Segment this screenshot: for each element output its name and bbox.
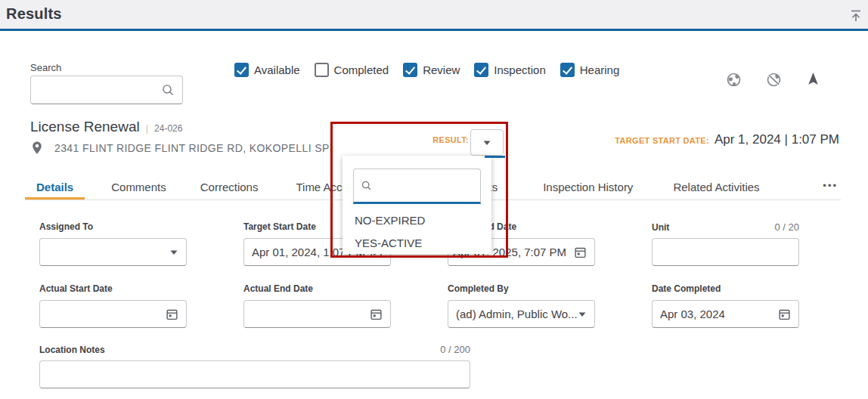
tabs-overflow-icon[interactable]: •••	[820, 177, 841, 200]
filter-label: Available	[254, 63, 300, 76]
field-label: Target Start Date	[243, 221, 316, 232]
field-label: Actual Start Date	[39, 283, 113, 294]
location-pin-icon	[30, 141, 44, 156]
field-assigned-to: Assigned To	[39, 221, 187, 266]
record-address-row: 2341 FLINT RIDGE FLINT RIDGE RD, KOKOPEL…	[30, 141, 364, 156]
result-dropdown-panel: NO-EXPIRED YES-ACTIVE	[343, 156, 491, 254]
field-location-notes: Location Notes 0 / 200	[39, 344, 470, 388]
unit-char-counter: 0 / 20	[774, 221, 799, 233]
result-label: RESULT:	[432, 135, 469, 144]
filter-inspection[interactable]: Inspection	[474, 63, 545, 77]
completed-by-dropdown[interactable]: (ad) Admin, Public Wo...	[448, 300, 595, 328]
field-label: Actual End Date	[243, 283, 313, 294]
filter-label: Inspection	[494, 63, 545, 76]
record-header: License Renewal | 24-026	[30, 119, 182, 135]
status-filters: Available Completed Review Inspection He…	[234, 63, 619, 77]
result-select-button[interactable]	[470, 129, 504, 156]
unit-input[interactable]	[652, 238, 799, 266]
calendar-icon[interactable]	[778, 308, 791, 321]
tab-inspection-history[interactable]: Inspection History	[532, 177, 644, 200]
field-label: Location Notes	[39, 345, 105, 355]
navigation-arrow-icon[interactable]	[806, 72, 822, 88]
assigned-to-dropdown[interactable]	[39, 238, 187, 266]
target-start-label: TARGET START DATE:	[615, 136, 709, 145]
tab-comments[interactable]: Comments	[100, 177, 178, 200]
chevron-down-icon	[482, 139, 491, 147]
form-row-3: Location Notes 0 / 200	[39, 344, 470, 388]
calendar-icon[interactable]	[574, 246, 587, 259]
checkbox-checked-icon[interactable]	[560, 63, 575, 77]
search-field[interactable]	[30, 76, 183, 104]
page-header: Results	[0, 0, 868, 29]
search-icon	[361, 180, 372, 191]
completed-by-value: (ad) Admin, Public Wo...	[456, 308, 578, 320]
tab-related-activities[interactable]: Related Activities	[662, 177, 770, 200]
field-label: Completed By	[448, 283, 509, 294]
result-select-focus-underline	[485, 156, 505, 158]
actual-end-date-input[interactable]	[243, 300, 391, 328]
field-date-completed: Date Completed Apr 03, 2024	[652, 283, 799, 328]
chevron-down-icon	[578, 311, 587, 318]
checkbox-checked-icon[interactable]	[234, 63, 249, 77]
field-label: Date Completed	[652, 283, 721, 294]
tab-details[interactable]: Details	[25, 177, 85, 200]
globe-off-icon[interactable]	[766, 72, 782, 88]
date-completed-value: Apr 03, 2024	[660, 308, 778, 320]
results-page: Results Search Available Completed	[0, 0, 868, 399]
filter-available[interactable]: Available	[234, 63, 300, 77]
calendar-icon[interactable]	[166, 308, 178, 321]
search-icon	[161, 83, 175, 97]
field-actual-start-date: Actual Start Date	[39, 283, 187, 328]
form-row-2: Actual Start Date Actual End Date	[39, 283, 799, 328]
field-label: Unit	[652, 222, 669, 233]
result-option-search-input[interactable]	[377, 180, 473, 192]
location-notes-char-counter: 0 / 200	[440, 344, 470, 355]
target-start-value: Apr 1, 2024 | 1:07 PM	[715, 132, 839, 147]
date-completed-input[interactable]: Apr 03, 2024	[652, 300, 799, 328]
calendar-icon[interactable]	[370, 308, 383, 321]
filter-label: Hearing	[580, 63, 620, 76]
location-notes-input[interactable]	[39, 360, 470, 388]
filter-review[interactable]: Review	[403, 63, 460, 77]
filter-label: Completed	[334, 63, 389, 76]
filter-label: Review	[423, 63, 460, 76]
globe-icon[interactable]	[726, 72, 742, 88]
field-actual-end-date: Actual End Date	[243, 283, 391, 328]
checkbox-checked-icon[interactable]	[474, 63, 488, 77]
header-accent-rule	[0, 29, 868, 31]
field-completed-by: Completed By (ad) Admin, Public Wo...	[448, 283, 595, 328]
checkbox-checked-icon[interactable]	[403, 63, 417, 77]
result-picker-header: RESULT:	[333, 124, 505, 158]
checkbox-unchecked-icon[interactable]	[315, 63, 329, 77]
record-address: 2341 FLINT RIDGE FLINT RIDGE RD, KOKOPEL…	[54, 142, 364, 154]
result-option-search-field[interactable]	[353, 169, 481, 204]
filter-hearing[interactable]: Hearing	[560, 63, 620, 77]
field-unit: Unit 0 / 20	[652, 221, 799, 266]
tab-corrections[interactable]: Corrections	[189, 177, 270, 200]
result-option-no-expired[interactable]: NO-EXPIRED	[355, 214, 491, 227]
search-input[interactable]	[39, 84, 161, 97]
chevron-down-icon	[169, 249, 178, 256]
filter-completed[interactable]: Completed	[315, 63, 389, 77]
map-toolbar	[726, 72, 822, 88]
field-label: Assigned To	[39, 221, 93, 232]
collapse-to-top-icon[interactable]	[848, 8, 863, 23]
result-option-yes-active[interactable]: YES-ACTIVE	[355, 237, 491, 249]
record-number: 24-026	[154, 123, 182, 134]
actual-start-date-input[interactable]	[39, 300, 187, 328]
page-title: Results	[6, 5, 62, 23]
search-label: Search	[30, 62, 61, 73]
target-start-summary: TARGET START DATE: Apr 1, 2024 | 1:07 PM	[615, 132, 839, 147]
record-type-title: License Renewal	[30, 119, 140, 135]
title-divider: |	[146, 122, 148, 134]
